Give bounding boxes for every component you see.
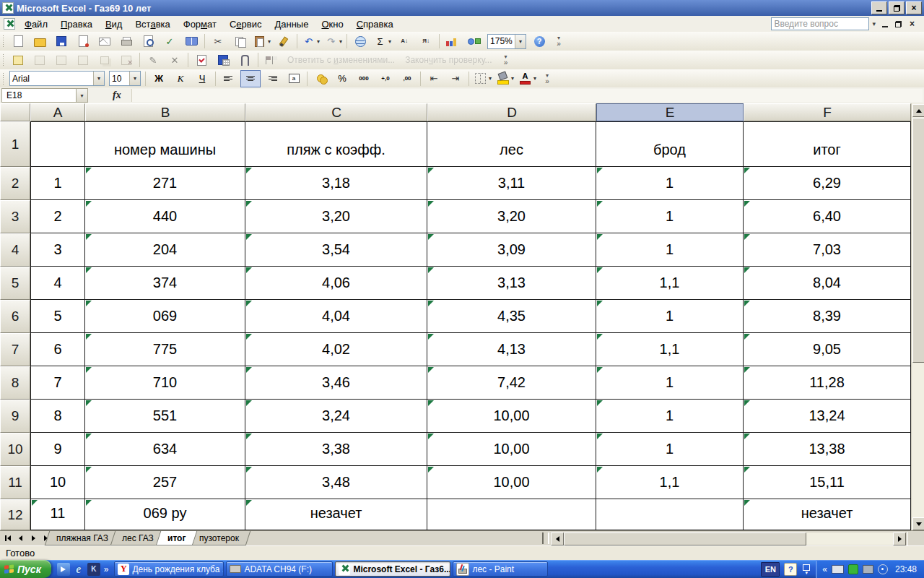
column-header-b[interactable]: B — [85, 103, 245, 121]
cell-d5[interactable]: 3,13 — [427, 267, 596, 300]
decrease-decimal-button[interactable]: ,00 — [397, 70, 417, 87]
send-attachment-icon[interactable] — [235, 51, 255, 69]
cell-c7[interactable]: 4,02 — [245, 333, 427, 366]
cell-c3[interactable]: 3,20 — [245, 200, 427, 233]
reply-flags-icon[interactable] — [261, 51, 282, 69]
increase-indent-button[interactable]: ⇥ — [445, 70, 466, 87]
align-center-button[interactable] — [240, 70, 261, 87]
menu-view[interactable]: Вид — [99, 17, 129, 32]
cell-b9[interactable]: 551 — [85, 400, 245, 433]
increase-decimal-button[interactable]: +,0 — [375, 70, 396, 87]
scroll-up-button[interactable] — [912, 104, 924, 117]
reviewing-toolbar-options-icon[interactable]: ▾» — [500, 51, 511, 69]
cell-f8[interactable]: 11,28 — [744, 366, 911, 400]
network-activity-icon[interactable] — [848, 564, 858, 574]
cell-b10[interactable]: 634 — [85, 433, 245, 466]
cell-a8[interactable]: 7 — [30, 366, 85, 400]
cell-f11[interactable]: 15,11 — [744, 466, 911, 499]
show-comment-icon[interactable] — [73, 51, 93, 69]
cell-b5[interactable]: 374 — [85, 267, 245, 300]
minimize-button[interactable] — [871, 1, 887, 14]
row-header-6[interactable]: 6 — [0, 300, 30, 333]
align-left-button[interactable] — [219, 70, 239, 87]
currency-button[interactable] — [310, 70, 331, 87]
end-review-button[interactable]: Закончить проверку... — [400, 55, 497, 65]
sheet-tab-itog[interactable]: итог — [156, 531, 198, 545]
row-header-3[interactable]: 3 — [0, 200, 30, 233]
cell-d8[interactable]: 7,42 — [427, 366, 596, 400]
cell-a4[interactable]: 3 — [30, 233, 85, 267]
cell-c9[interactable]: 3,24 — [245, 400, 427, 433]
cell-c2[interactable]: 3,18 — [245, 167, 427, 200]
cell-a11[interactable]: 10 — [30, 466, 85, 499]
wireless-tray-icon[interactable] — [878, 564, 888, 574]
next-comment-icon[interactable] — [51, 51, 71, 69]
quick-launch-kmplayer-icon[interactable]: K — [87, 563, 100, 576]
clock[interactable]: 23:48 — [895, 564, 917, 574]
workbook-close-button[interactable]: × — [906, 19, 918, 30]
column-header-a[interactable]: A — [30, 103, 85, 121]
thousands-button[interactable]: 000 — [354, 70, 374, 87]
name-box[interactable]: E18 — [1, 88, 77, 103]
cell-e7[interactable]: 1,1 — [596, 333, 744, 366]
previous-comment-icon[interactable] — [30, 51, 50, 69]
chart-wizard-icon[interactable] — [443, 33, 463, 50]
row-header-7[interactable]: 7 — [0, 333, 30, 366]
borders-button[interactable]: ▾ — [472, 70, 493, 87]
underline-button[interactable]: Ч — [192, 70, 212, 87]
cell-c4[interactable]: 3,54 — [245, 233, 427, 267]
next-sheet-button[interactable] — [27, 532, 40, 544]
cell-e5[interactable]: 1,1 — [596, 267, 744, 300]
cell-c11[interactable]: 3,48 — [245, 466, 427, 499]
question-input[interactable] — [771, 17, 869, 30]
cell-c8[interactable]: 3,46 — [245, 366, 427, 400]
cell-d6[interactable]: 4,35 — [427, 300, 596, 333]
menu-format[interactable]: Формат — [177, 17, 223, 32]
font-color-button[interactable]: А▾ — [517, 70, 538, 87]
show-all-comments-icon[interactable] — [95, 51, 115, 69]
paste-icon[interactable]: ▾ — [251, 33, 272, 50]
toolbar-grip[interactable] — [2, 53, 4, 66]
collapse-chevron-icon[interactable]: « — [822, 564, 827, 574]
decrease-indent-button[interactable]: ⇤ — [424, 70, 444, 87]
workbook-restore-button[interactable] — [892, 19, 905, 30]
formatting-toolbar-options-icon[interactable]: ▾» — [541, 70, 553, 87]
fill-color-button[interactable]: ▾ — [494, 70, 515, 87]
first-sheet-button[interactable] — [1, 532, 14, 544]
scroll-down-button[interactable] — [912, 517, 924, 530]
safely-remove-icon[interactable]: ▾ — [801, 564, 811, 575]
task-yandex-window[interactable]: YДень рождения клуба ... — [114, 561, 224, 577]
print-preview-icon[interactable] — [138, 33, 158, 50]
column-header-f[interactable]: F — [744, 103, 911, 121]
redo-icon[interactable]: ↷▾ — [323, 33, 344, 50]
column-header-e[interactable]: E — [596, 103, 744, 121]
quick-launch-internet-explorer-icon[interactable]: e — [72, 563, 85, 576]
new-comment-icon[interactable] — [8, 51, 28, 69]
cell-a1[interactable] — [30, 121, 85, 167]
save-icon[interactable] — [51, 33, 71, 50]
highlight-changes-icon[interactable] — [191, 51, 212, 69]
cell-e11[interactable]: 1,1 — [596, 466, 744, 499]
undo-icon[interactable]: ↶▾ — [300, 33, 321, 50]
cell-d2[interactable]: 3,11 — [427, 167, 596, 200]
task-excel[interactable]: Microsoft Excel - Газ6... — [335, 561, 450, 577]
workbook-minimize-button[interactable] — [879, 19, 891, 30]
cell-d7[interactable]: 4,13 — [427, 333, 596, 366]
cell-d12[interactable] — [427, 499, 596, 530]
italic-button[interactable]: К — [170, 70, 191, 87]
scroll-right-button[interactable] — [893, 532, 906, 545]
cell-e9[interactable]: 1 — [596, 400, 744, 433]
cell-b8[interactable]: 710 — [85, 366, 245, 400]
cell-f4[interactable]: 7,03 — [744, 233, 911, 267]
cell-a6[interactable]: 5 — [30, 300, 85, 333]
cell-b2[interactable]: 271 — [85, 167, 245, 200]
copy-icon[interactable] — [230, 33, 250, 50]
cell-f3[interactable]: 6,40 — [744, 200, 911, 233]
cell-b4[interactable]: 204 — [85, 233, 245, 267]
drawing-icon[interactable] — [464, 33, 484, 50]
research-icon[interactable] — [181, 33, 201, 50]
horizontal-scrollbar[interactable] — [551, 532, 905, 545]
menu-file[interactable]: Файл — [18, 17, 54, 32]
menu-tools[interactable]: Сервис — [223, 17, 269, 32]
font-select[interactable]: Arial▾ — [9, 71, 105, 86]
